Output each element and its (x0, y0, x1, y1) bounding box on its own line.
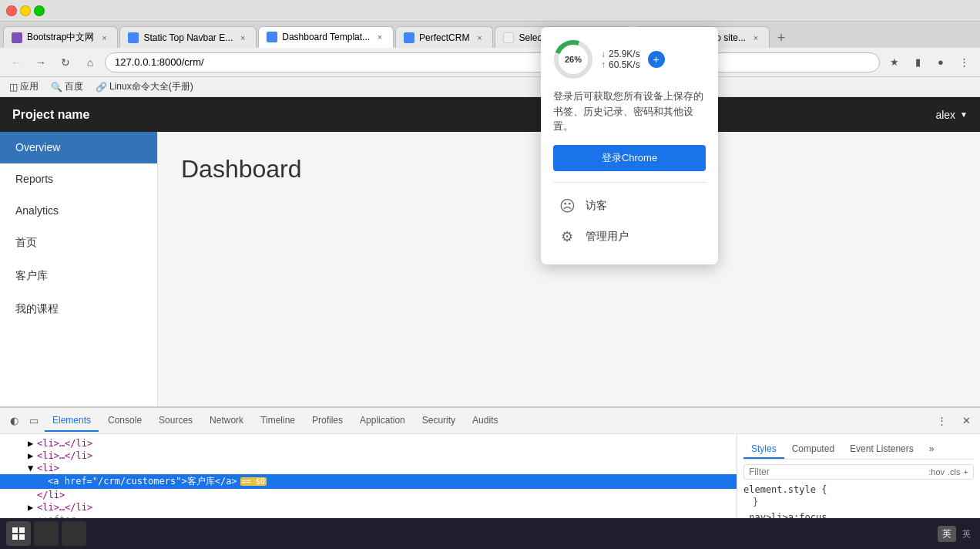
chrome-cast-btn[interactable]: ▮ (908, 52, 928, 72)
taskbar-btn-2[interactable] (62, 521, 86, 546)
dom-tree: ▶ <li>…</li> ▶ <li>…</li> (0, 434, 737, 529)
sidebar-item-overview[interactable]: Overview (0, 132, 157, 163)
ime-indicator[interactable]: 英 (938, 526, 956, 542)
devtools-tab-console[interactable]: Console (100, 410, 149, 432)
user-menu[interactable]: alex ▼ (935, 109, 968, 121)
devtools-tab-network[interactable]: Network (202, 410, 251, 432)
devtools-inspect-btn[interactable]: ◐ (5, 412, 23, 430)
tab-bootstrap[interactable]: Bootstrap中文网 × (3, 26, 118, 48)
username-label: alex (935, 109, 955, 121)
dom-line-3[interactable]: ▼ <li> (0, 462, 737, 474)
devtools-tab-elements[interactable]: Elements (45, 410, 99, 432)
speed-stats: ↓ 25.9K/s ↑ 60.5K/s (601, 49, 640, 70)
minimize-window-btn[interactable] (20, 5, 31, 16)
tab-close-6[interactable]: × (750, 32, 761, 43)
devtools-mobile-btn[interactable]: ▭ (25, 412, 43, 430)
sidebar: Overview Reports Analytics 首页 客户库 我的课程 (0, 132, 158, 406)
devtools-tab-profiles[interactable]: Profiles (304, 410, 351, 432)
styles-tab-styles[interactable]: Styles (743, 440, 784, 459)
sidebar-item-reports[interactable]: Reports (0, 163, 157, 195)
bookmark-apps[interactable]: ◫ 应用 (6, 79, 42, 95)
tab-close-4[interactable]: × (474, 32, 485, 43)
dom-line-6[interactable]: ▶ <li>…</li> (0, 501, 737, 514)
styles-tab-computed[interactable]: Computed (784, 440, 842, 459)
sidebar-item-analytics[interactable]: Analytics (0, 195, 157, 227)
menu-btn[interactable]: ⋮ (954, 52, 974, 72)
back-btn[interactable]: ← (6, 52, 26, 72)
sidebar-item-home[interactable]: 首页 (0, 227, 157, 260)
gear-icon: ⚙ (556, 226, 578, 248)
sidebar-item-courses[interactable]: 我的课程 (0, 293, 157, 326)
styles-filter-input[interactable] (749, 466, 928, 477)
dom-triangle-1[interactable]: ▶ (28, 438, 37, 449)
profile-option-manage[interactable]: ⚙ 管理用户 (553, 221, 706, 252)
bookmark-linux[interactable]: 🔗 Linux命令大全(手册) (92, 79, 196, 95)
taskbar-btn-1[interactable] (34, 521, 59, 546)
person-btn[interactable]: ● (931, 52, 951, 72)
new-tab-btn[interactable]: + (771, 28, 791, 48)
dom-triangle-2[interactable]: ▶ (28, 450, 37, 461)
home-btn[interactable]: ⌂ (80, 52, 100, 72)
tab-perfectcrm[interactable]: PerfectCRM × (395, 26, 493, 48)
style-rule-element: element.style { } (743, 484, 974, 507)
person-icon: ☹ (556, 195, 578, 217)
styles-tab-more[interactable]: » (921, 440, 942, 459)
guest-label: 访客 (586, 199, 607, 213)
tab-favicon-3 (267, 32, 277, 42)
profile-option-guest[interactable]: ☹ 访客 (553, 190, 706, 221)
devtools-tab-timeline[interactable]: Timeline (253, 410, 303, 432)
devtools-tab-audits[interactable]: Audits (465, 410, 505, 432)
pseudo-hov-btn[interactable]: :hov (928, 467, 945, 477)
tab-close-2[interactable]: × (237, 32, 248, 43)
dom-tag-3: <li> (37, 463, 59, 473)
styles-tab-event-listeners[interactable]: Event Listeners (842, 440, 921, 459)
devtools-tab-security[interactable]: Security (414, 410, 463, 432)
tab-close-1[interactable]: × (99, 32, 109, 43)
dom-triangle-6[interactable]: ▶ (28, 502, 37, 513)
tab-favicon-2 (128, 32, 139, 43)
link-icon: 🔗 (96, 82, 107, 93)
svg-rect-5 (19, 534, 25, 540)
bookmark-star-btn[interactable]: ★ (884, 52, 904, 72)
devtools-more-btn[interactable]: ⋮ (932, 412, 951, 430)
download-speed: 25.9K/s (609, 49, 640, 59)
upload-stat: ↑ 60.5K/s (601, 59, 640, 70)
devtools-close-btn[interactable]: ✕ (957, 412, 975, 430)
dom-triangle-3[interactable]: ▼ (28, 463, 37, 473)
tab-static-navbar[interactable]: Static Top Navbar E... × (119, 26, 257, 48)
maximize-window-btn[interactable] (34, 5, 45, 16)
apps-icon: ◫ (9, 82, 18, 93)
add-profile-btn[interactable]: + (648, 51, 665, 68)
bookmark-linux-label: Linux命令大全(手册) (109, 80, 193, 93)
dom-line-2[interactable]: ▶ <li>…</li> (0, 450, 737, 462)
tab-bar: Bootstrap中文网 × Static Top Navbar E... × … (0, 22, 980, 48)
svg-rect-4 (12, 534, 18, 540)
profile-description: 登录后可获取您所有设备上保存的书签、历史记录、密码和其他设置。 (553, 89, 706, 134)
dom-line-1[interactable]: ▶ <li>…</li> (0, 437, 737, 450)
dom-tag-1: <li>…</li> (37, 438, 92, 449)
taskbar-start-btn[interactable] (6, 521, 31, 546)
tab-dashboard[interactable]: Dashboard Templat... × (258, 26, 394, 48)
address-input[interactable] (105, 52, 880, 72)
reload-btn[interactable]: ↻ (55, 52, 76, 72)
browser-window: Bootstrap中文网 × Static Top Navbar E... × … (0, 0, 980, 549)
pseudo-add-btn[interactable]: + (964, 467, 968, 477)
signin-chrome-btn[interactable]: 登录Chrome (553, 145, 706, 171)
download-stat: ↓ 25.9K/s (601, 49, 640, 59)
forward-btn[interactable]: → (31, 52, 51, 72)
pseudo-cls-btn[interactable]: .cls (948, 467, 961, 477)
close-window-btn[interactable] (6, 5, 17, 16)
tab-close-3[interactable]: × (374, 32, 385, 42)
dom-line-4[interactable]: <a href="/crm/customers">客户库</a> == $0 (0, 474, 737, 489)
app-navbar: Project name alex ▼ (0, 97, 980, 132)
sidebar-item-customers[interactable]: 客户库 (0, 260, 157, 293)
dom-line-5[interactable]: </li> (0, 489, 737, 501)
devtools-tab-application[interactable]: Application (352, 410, 413, 432)
tab-label-4: PerfectCRM (419, 32, 469, 43)
taskbar-time: 英 (959, 527, 974, 541)
dom-tag-2: <li>…</li> (37, 450, 92, 461)
bookmark-baidu[interactable]: 🔍 百度 (48, 79, 86, 95)
svg-rect-3 (19, 527, 25, 533)
style-body-element: } (743, 497, 974, 507)
devtools-tab-sources[interactable]: Sources (151, 410, 200, 432)
